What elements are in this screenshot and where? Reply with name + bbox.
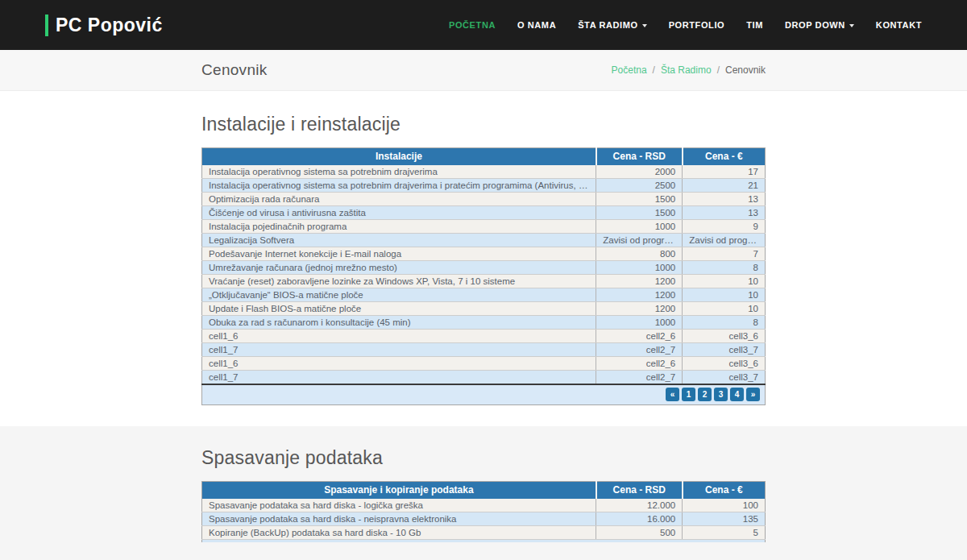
nav-item-portfolio[interactable]: PORTFOLIO [669,20,725,30]
column-header: Cena - RSD [596,482,683,499]
section-heading-spasavanje: Spasavanje podataka [201,447,766,469]
table-row: Podešavanje Internet konekcije i E-mail … [202,247,766,261]
price-cell: 1500 [596,206,683,220]
price-cell: 7 [683,247,766,261]
pagination-page-button-3[interactable]: 3 [714,388,728,401]
column-header: Cena - € [683,148,766,165]
description-cell: Kopiranje (BackUp) podataka sa hard disk… [202,526,596,540]
nav-item-kontakt[interactable]: KONTAKT [876,20,922,30]
table-row: Obuka za rad s računarom i konsultacije … [202,316,766,330]
logo-accent-bar [45,15,48,36]
section-heading-instalacije: Instalacije i reinstalacije [201,114,766,135]
price-cell: cell2_7 [596,343,683,357]
top-navigation-bar: PC Popović POČETNAO NAMAŠTA RADIMOPORTFO… [0,0,967,50]
nav-item-o-nama[interactable]: O NAMA [517,20,556,30]
price-cell: 1000 [596,220,683,234]
price-cell: 10 [683,288,766,302]
price-cell: 100 [683,499,766,512]
pagination-prev-button[interactable]: « [666,388,679,401]
price-table: Spasavanje i kopiranje podatakaCena - RS… [201,481,766,540]
breadcrumb: Početna/Šta Radimo/Cenovnik [612,64,766,76]
price-cell: 13 [683,206,766,220]
pagination-page-button-4[interactable]: 4 [730,388,744,401]
description-cell: Legalizacija Softvera [202,234,596,247]
table-row: cell1_6cell2_6cell3_6 [202,357,766,371]
price-cell: 2000 [596,165,683,179]
table-row: Optimizacija rada računara150013 [202,193,766,206]
price-cell: 500 [596,526,683,540]
price-cell: cell2_7 [596,371,683,384]
pagination-page-button-2[interactable]: 2 [698,388,712,401]
price-cell: 1500 [596,193,683,206]
price-cell: 10 [683,275,766,288]
price-cell: 1200 [596,275,683,288]
description-cell: Instalacija pojedinačnih programa [202,220,596,234]
nav-item-label: KONTAKT [876,20,922,30]
table-header-row: InstalacijeCena - RSDCena - € [202,148,766,165]
price-cell: 1200 [596,288,683,302]
price-cell: 135 [683,512,766,526]
price-cell: 5 [683,526,766,540]
breadcrumb-separator: / [653,64,655,76]
chevron-down-icon [642,24,647,27]
nav-item-label: O NAMA [517,20,556,30]
table-row: Legalizacija SoftveraZavisi od programaZ… [202,234,766,247]
page-title: Cenovnik [201,61,268,79]
price-cell: 9 [683,220,766,234]
table-header-row: Spasavanje i kopiranje podatakaCena - RS… [202,482,766,499]
description-cell: Čišćenje od virusa i antivirusna zaštita [202,206,596,220]
nav-item-ta-radimo[interactable]: ŠTA RADIMO [578,20,646,30]
table-row: cell1_6cell2_6cell3_6 [202,330,766,343]
breadcrumb-link-po-etna[interactable]: Početna [612,64,647,76]
price-table: InstalacijeCena - RSDCena - €Instalacija… [201,147,766,405]
breadcrumb-current: Cenovnik [725,64,766,76]
table-footer-row: «1234» [202,384,766,405]
main-nav: POČETNAO NAMAŠTA RADIMOPORTFOLIOTIMDROP … [449,20,922,30]
nav-item-label: DROP DOWN [785,20,845,30]
description-cell: Vraćanje (reset) zaboravljene lozinke za… [202,275,596,288]
table-row: Update i Flash BIOS-a matične ploče12001… [202,302,766,316]
price-cell: 8 [683,316,766,330]
table-row: Spasavanje podataka sa hard diska - neis… [202,512,766,526]
price-cell: 1200 [596,302,683,316]
price-cell: cell3_6 [683,330,766,343]
nav-item-label: PORTFOLIO [669,20,725,30]
price-cell: 8 [683,261,766,275]
table-row: cell1_7cell2_7cell3_7 [202,371,766,384]
price-cell: 10 [683,302,766,316]
nav-item-drop-down[interactable]: DROP DOWN [785,20,854,30]
nav-item-tim[interactable]: TIM [746,20,763,30]
table-row: Kopiranje (BackUp) podataka sa hard disk… [202,526,766,540]
description-cell: cell1_6 [202,357,596,371]
price-cell: cell2_6 [596,357,683,371]
description-cell: cell1_6 [202,330,596,343]
price-cell: Zavisi od programa [596,234,683,247]
description-cell: cell1_7 [202,371,596,384]
nav-item-label: ŠTA RADIMO [578,20,637,30]
pagination: «1234» [207,388,760,401]
price-cell: 16.000 [596,512,683,526]
description-cell: Instalacija operativnog sistema sa potre… [202,179,596,193]
price-cell: cell3_6 [683,357,766,371]
price-cell: cell3_7 [683,371,766,384]
brand-logo[interactable]: PC Popović [45,15,163,36]
price-cell: 13 [683,193,766,206]
description-cell: Podešavanje Internet konekcije i E-mail … [202,247,596,261]
description-cell: Spasavanje podataka sa hard diska - logi… [202,499,596,512]
nav-item-po-etna[interactable]: POČETNA [449,20,496,30]
table-row: Čišćenje od virusa i antivirusna zaštita… [202,206,766,220]
pagination-next-button[interactable]: » [746,388,760,401]
description-cell: Update i Flash BIOS-a matične ploče [202,302,596,316]
cut-off-row-sliver [201,540,766,542]
nav-item-label: TIM [746,20,763,30]
pagination-page-button-1[interactable]: 1 [682,388,695,401]
breadcrumb-link-ta-radimo[interactable]: Šta Radimo [661,64,712,76]
table-row: Instalacija pojedinačnih programa10009 [202,220,766,234]
table-row: Instalacija operativnog sistema sa potre… [202,179,766,193]
table-row: „Otključavanje“ BIOS-a matične ploče1200… [202,288,766,302]
breadcrumb-separator: / [717,64,720,76]
nav-item-label: POČETNA [449,20,496,30]
column-header: Instalacije [202,148,596,165]
table-row: Instalacija operativnog sistema sa potre… [202,165,766,179]
price-cell: 21 [683,179,766,193]
